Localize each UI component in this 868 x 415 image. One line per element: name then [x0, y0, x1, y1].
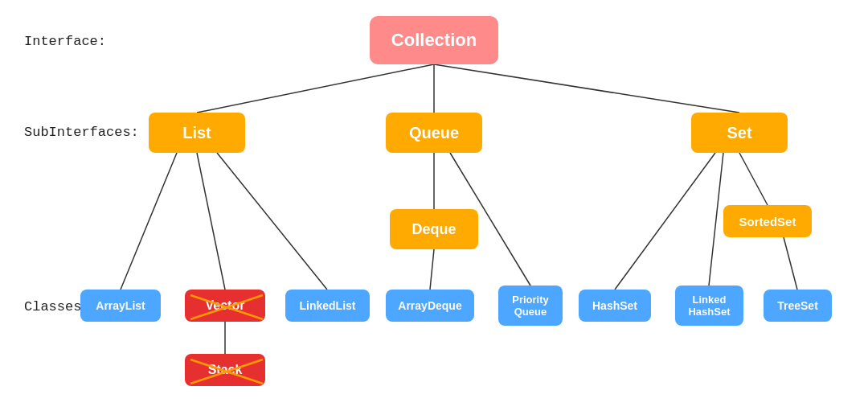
node-deque: Deque	[390, 209, 478, 249]
node-priorityqueue: Priority Queue	[498, 286, 563, 326]
node-queue: Queue	[386, 113, 482, 153]
node-list: List	[149, 113, 245, 153]
svg-line-3	[121, 153, 177, 290]
node-linkedlist: LinkedList	[285, 290, 370, 322]
svg-line-9	[615, 153, 715, 290]
node-vector: Vector	[185, 290, 265, 322]
node-hashset: HashSet	[579, 290, 651, 322]
svg-line-4	[197, 153, 225, 290]
svg-line-0	[197, 64, 434, 113]
node-arraydeque: ArrayDeque	[386, 290, 474, 322]
svg-line-5	[217, 153, 327, 290]
subinterfaces-label: SubInterfaces:	[24, 125, 139, 140]
svg-line-12	[784, 237, 797, 290]
node-linkedhashset: Linked HashSet	[675, 286, 743, 326]
node-sortedset: SortedSet	[723, 205, 812, 237]
svg-line-10	[739, 153, 768, 205]
svg-line-2	[434, 64, 739, 113]
node-stack: Stack	[185, 354, 265, 386]
node-set: Set	[691, 113, 788, 153]
svg-line-11	[709, 153, 723, 286]
diagram-container: Interface: SubInterfaces: Classes: Colle…	[0, 0, 868, 415]
interface-label: Interface:	[24, 34, 106, 49]
node-arraylist: ArrayList	[80, 290, 161, 322]
node-treeset: TreeSet	[764, 290, 832, 322]
svg-line-7	[430, 249, 434, 290]
node-collection: Collection	[370, 16, 498, 64]
